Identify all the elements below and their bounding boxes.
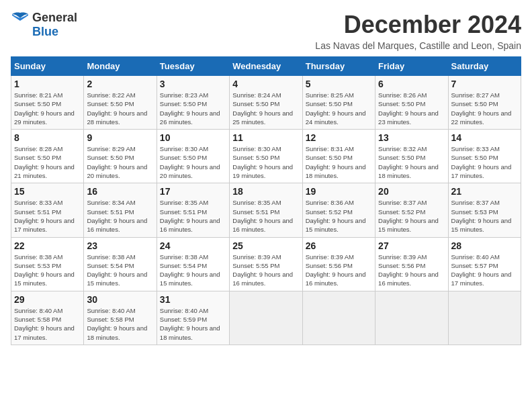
day-info: Sunrise: 8:24 AMSunset: 5:50 PMDaylight:…: [232, 91, 293, 126]
calendar-body: 1 Sunrise: 8:21 AMSunset: 5:50 PMDayligh…: [11, 76, 521, 345]
weekday-header-cell: Wednesday: [230, 57, 302, 76]
day-info: Sunrise: 8:29 AMSunset: 5:50 PMDaylight:…: [87, 145, 147, 179]
day-info: Sunrise: 8:37 AMSunset: 5:53 PMDaylight:…: [451, 199, 512, 233]
title-area: December 2024 Las Navas del Marques, Cas…: [315, 11, 521, 51]
day-number: 14: [451, 132, 518, 143]
calendar-week-row: 15 Sunrise: 8:33 AMSunset: 5:51 PMDaylig…: [11, 183, 521, 237]
day-info: Sunrise: 8:22 AMSunset: 5:50 PMDaylight:…: [87, 91, 147, 126]
day-info: Sunrise: 8:35 AMSunset: 5:51 PMDaylight:…: [160, 199, 220, 233]
calendar-day-cell: 24 Sunrise: 8:38 AMSunset: 5:54 PMDaylig…: [157, 237, 229, 291]
day-number: 24: [160, 240, 226, 251]
day-info: Sunrise: 8:38 AMSunset: 5:53 PMDaylight:…: [14, 253, 75, 287]
logo-blue: Blue: [32, 25, 58, 39]
day-number: 28: [451, 240, 518, 251]
day-info: Sunrise: 8:23 AMSunset: 5:50 PMDaylight:…: [160, 91, 220, 126]
day-number: 26: [306, 240, 372, 251]
calendar-day-cell: 22 Sunrise: 8:38 AMSunset: 5:53 PMDaylig…: [11, 237, 84, 291]
day-number: 7: [451, 79, 518, 89]
day-number: 6: [378, 79, 445, 89]
weekday-header-cell: Monday: [84, 57, 157, 76]
day-number: 5: [306, 79, 372, 89]
day-info: Sunrise: 8:25 AMSunset: 5:50 PMDaylight:…: [306, 91, 366, 126]
day-info: Sunrise: 8:39 AMSunset: 5:56 PMDaylight:…: [378, 253, 439, 287]
calendar-week-row: 22 Sunrise: 8:38 AMSunset: 5:53 PMDaylig…: [11, 237, 521, 291]
calendar-day-cell: [230, 291, 302, 345]
day-info: Sunrise: 8:34 AMSunset: 5:51 PMDaylight:…: [87, 199, 147, 233]
calendar-day-cell: 3 Sunrise: 8:23 AMSunset: 5:50 PMDayligh…: [157, 76, 229, 130]
calendar-day-cell: 27 Sunrise: 8:39 AMSunset: 5:56 PMDaylig…: [375, 237, 448, 291]
calendar-day-cell: 18 Sunrise: 8:35 AMSunset: 5:51 PMDaylig…: [230, 183, 302, 237]
day-info: Sunrise: 8:30 AMSunset: 5:50 PMDaylight:…: [232, 145, 293, 179]
logo-general: General: [32, 11, 77, 24]
day-info: Sunrise: 8:31 AMSunset: 5:50 PMDaylight:…: [306, 145, 366, 179]
day-number: 1: [14, 79, 81, 89]
day-number: 19: [306, 186, 372, 197]
day-number: 29: [14, 294, 81, 305]
day-number: 2: [87, 79, 153, 89]
day-info: Sunrise: 8:32 AMSunset: 5:50 PMDaylight:…: [378, 145, 439, 179]
day-info: Sunrise: 8:28 AMSunset: 5:50 PMDaylight:…: [14, 145, 75, 179]
weekday-header-cell: Thursday: [302, 57, 375, 76]
day-number: 27: [378, 240, 445, 251]
day-info: Sunrise: 8:33 AMSunset: 5:50 PMDaylight:…: [451, 145, 512, 179]
day-info: Sunrise: 8:39 AMSunset: 5:55 PMDaylight:…: [232, 253, 293, 287]
day-number: 17: [160, 186, 226, 197]
logo-bird-icon: [11, 11, 30, 25]
calendar-day-cell: 11 Sunrise: 8:30 AMSunset: 5:50 PMDaylig…: [230, 130, 302, 183]
calendar-day-cell: 9 Sunrise: 8:29 AMSunset: 5:50 PMDayligh…: [84, 130, 157, 183]
calendar-day-cell: 31 Sunrise: 8:40 AMSunset: 5:59 PMDaylig…: [157, 291, 229, 345]
weekday-header-cell: Tuesday: [157, 57, 229, 76]
calendar-day-cell: 23 Sunrise: 8:38 AMSunset: 5:54 PMDaylig…: [84, 237, 157, 291]
day-number: 15: [14, 186, 81, 197]
calendar-day-cell: 2 Sunrise: 8:22 AMSunset: 5:50 PMDayligh…: [84, 76, 157, 130]
month-title: December 2024: [315, 11, 521, 39]
day-info: Sunrise: 8:39 AMSunset: 5:56 PMDaylight:…: [306, 253, 366, 287]
calendar-day-cell: 21 Sunrise: 8:37 AMSunset: 5:53 PMDaylig…: [448, 183, 521, 237]
calendar-day-cell: 29 Sunrise: 8:40 AMSunset: 5:58 PMDaylig…: [11, 291, 84, 345]
calendar-day-cell: 4 Sunrise: 8:24 AMSunset: 5:50 PMDayligh…: [230, 76, 302, 130]
weekday-header-cell: Sunday: [11, 57, 84, 76]
calendar-day-cell: 28 Sunrise: 8:40 AMSunset: 5:57 PMDaylig…: [448, 237, 521, 291]
day-info: Sunrise: 8:40 AMSunset: 5:58 PMDaylight:…: [14, 307, 75, 341]
calendar-day-cell: 26 Sunrise: 8:39 AMSunset: 5:56 PMDaylig…: [302, 237, 375, 291]
calendar-day-cell: 12 Sunrise: 8:31 AMSunset: 5:50 PMDaylig…: [302, 130, 375, 183]
day-number: 8: [14, 132, 81, 143]
day-info: Sunrise: 8:36 AMSunset: 5:52 PMDaylight:…: [306, 199, 366, 233]
calendar-day-cell: [448, 291, 521, 345]
day-number: 4: [232, 79, 299, 89]
day-number: 18: [232, 186, 299, 197]
calendar-day-cell: 1 Sunrise: 8:21 AMSunset: 5:50 PMDayligh…: [11, 76, 84, 130]
day-number: 22: [14, 240, 81, 251]
day-info: Sunrise: 8:37 AMSunset: 5:52 PMDaylight:…: [378, 199, 439, 233]
calendar-day-cell: 7 Sunrise: 8:27 AMSunset: 5:50 PMDayligh…: [448, 76, 521, 130]
day-number: 11: [232, 132, 299, 143]
weekday-header-cell: Saturday: [448, 57, 521, 76]
day-number: 16: [87, 186, 153, 197]
calendar-table: SundayMondayTuesdayWednesdayThursdayFrid…: [11, 56, 521, 345]
day-number: 25: [232, 240, 299, 251]
day-number: 20: [378, 186, 445, 197]
calendar-day-cell: 17 Sunrise: 8:35 AMSunset: 5:51 PMDaylig…: [157, 183, 229, 237]
calendar-day-cell: [375, 291, 448, 345]
calendar-week-row: 1 Sunrise: 8:21 AMSunset: 5:50 PMDayligh…: [11, 76, 521, 130]
page-header: General Blue December 2024 Las Navas del…: [11, 11, 521, 51]
day-info: Sunrise: 8:38 AMSunset: 5:54 PMDaylight:…: [160, 253, 220, 287]
calendar-day-cell: 20 Sunrise: 8:37 AMSunset: 5:52 PMDaylig…: [375, 183, 448, 237]
day-info: Sunrise: 8:27 AMSunset: 5:50 PMDaylight:…: [451, 91, 512, 126]
calendar-day-cell: 25 Sunrise: 8:39 AMSunset: 5:55 PMDaylig…: [230, 237, 302, 291]
day-number: 31: [160, 294, 226, 305]
calendar-week-row: 29 Sunrise: 8:40 AMSunset: 5:58 PMDaylig…: [11, 291, 521, 345]
day-number: 13: [378, 132, 445, 143]
calendar-week-row: 8 Sunrise: 8:28 AMSunset: 5:50 PMDayligh…: [11, 130, 521, 183]
day-info: Sunrise: 8:21 AMSunset: 5:50 PMDaylight:…: [14, 91, 75, 126]
day-number: 30: [87, 294, 153, 305]
calendar-day-cell: 14 Sunrise: 8:33 AMSunset: 5:50 PMDaylig…: [448, 130, 521, 183]
calendar-day-cell: 6 Sunrise: 8:26 AMSunset: 5:50 PMDayligh…: [375, 76, 448, 130]
calendar-day-cell: 5 Sunrise: 8:25 AMSunset: 5:50 PMDayligh…: [302, 76, 375, 130]
logo: General Blue: [11, 11, 77, 39]
day-info: Sunrise: 8:26 AMSunset: 5:50 PMDaylight:…: [378, 91, 439, 126]
day-info: Sunrise: 8:35 AMSunset: 5:51 PMDaylight:…: [232, 199, 293, 233]
day-info: Sunrise: 8:40 AMSunset: 5:57 PMDaylight:…: [451, 253, 512, 287]
day-number: 21: [451, 186, 518, 197]
weekday-header-cell: Friday: [375, 57, 448, 76]
